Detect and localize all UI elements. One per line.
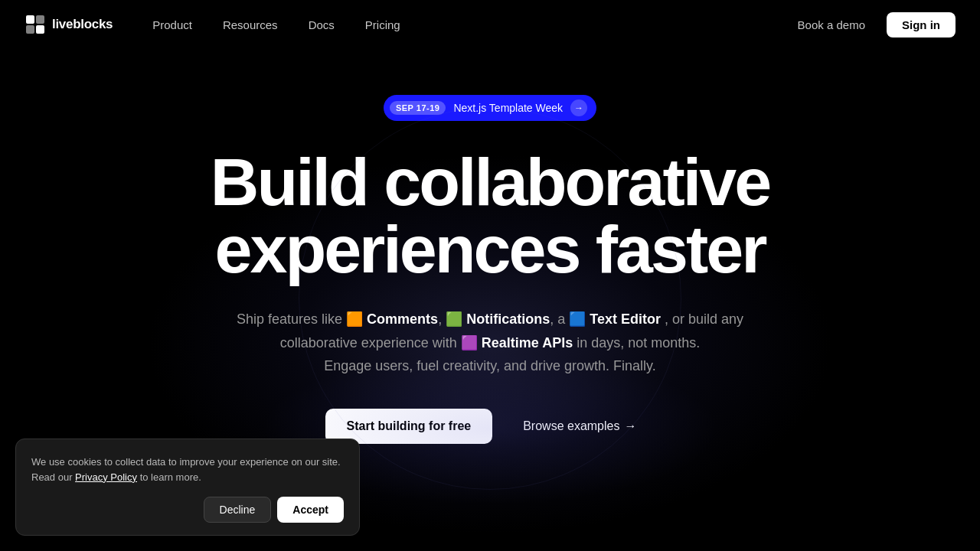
cookie-banner: We use cookies to collect data to improv… [15,439,360,536]
navbar: liveblocks Product Resources Docs Pricin… [0,0,980,49]
decline-button[interactable]: Decline [204,497,272,523]
nav-link-resources[interactable]: Resources [211,12,290,37]
sign-in-button[interactable]: Sign in [887,12,956,37]
hero-buttons: Start building for free Browse examples … [325,409,655,444]
nav-link-product[interactable]: Product [140,12,204,37]
accept-button[interactable]: Accept [277,497,344,523]
feature2-emoji: 🟩 [446,311,462,327]
nav-link-pricing[interactable]: Pricing [353,12,413,37]
nav-right: Book a demo Sign in [786,12,956,37]
svg-rect-3 [36,25,44,34]
hero-title-line2: experiences faster [215,211,766,287]
feature3-label: Text Editor [590,311,661,327]
logo[interactable]: liveblocks [24,14,113,35]
badge-date: SEP 17-19 [390,101,446,115]
cookie-buttons: Decline Accept [31,497,344,523]
nav-links: Product Resources Docs Pricing [140,12,412,37]
nav-left: liveblocks Product Resources Docs Pricin… [24,12,413,37]
svg-rect-1 [36,15,44,24]
hero-subtitle: Ship features like 🟧 Comments, 🟩 Notific… [230,308,750,378]
badge-text: Next.js Template Week [453,102,563,114]
feature1-emoji: 🟧 [346,311,363,327]
subtitle-before: Ship features like [237,311,342,327]
cookie-text: We use cookies to collect data to improv… [31,455,344,484]
announcement-badge[interactable]: SEP 17-19 Next.js Template Week → [384,95,596,121]
browse-examples-arrow-icon: → [624,419,636,433]
feature4-emoji: 🟪 [461,335,478,350]
privacy-policy-link[interactable]: Privacy Policy [75,471,137,483]
feature1-label: Comments [367,311,438,327]
feature3-emoji: 🟦 [569,311,586,327]
hero-title-line1: Build collaborative [211,144,769,220]
browse-examples-button[interactable]: Browse examples → [505,409,655,444]
feature4-label: Realtime APIs [482,335,573,350]
feature2-label: Notifications [466,311,550,327]
hero-section: SEP 17-19 Next.js Template Week → Build … [0,49,980,444]
badge-arrow-icon: → [570,99,587,116]
svg-rect-0 [26,15,34,24]
cookie-message-end: to learn more. [140,471,201,483]
logo-text: liveblocks [52,17,113,32]
nav-link-docs[interactable]: Docs [296,12,347,37]
hero-title: Build collaborative experiences faster [211,148,769,283]
browse-examples-label: Browse examples [523,419,619,433]
book-demo-button[interactable]: Book a demo [786,12,877,37]
logo-icon [24,14,46,35]
svg-rect-2 [26,25,34,34]
